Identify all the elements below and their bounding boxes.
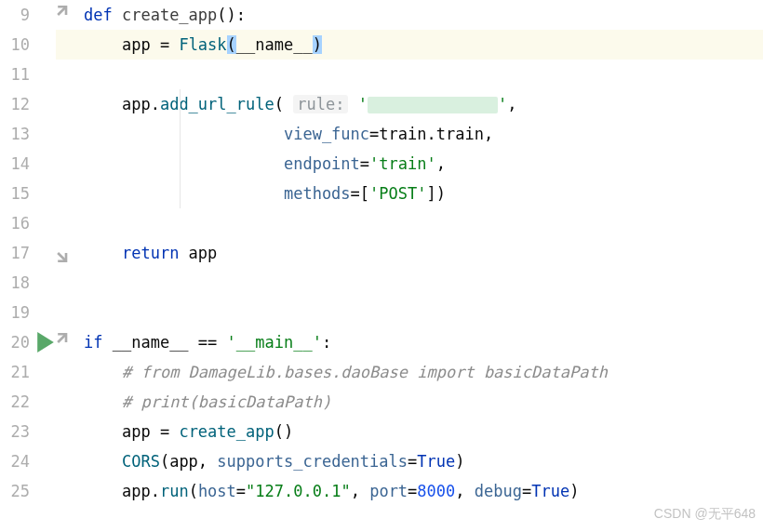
line-number: 22 (0, 387, 30, 417)
line-number: 19 (0, 298, 30, 327)
line-number: 9 (0, 0, 30, 30)
code-line[interactable]: # print(basicDataPath) (84, 387, 763, 417)
code-line[interactable]: endpoint='train', (84, 149, 763, 179)
code-line[interactable] (84, 268, 763, 298)
line-number: 11 (0, 60, 30, 89)
code-line[interactable]: if __name__ == '__main__': (84, 327, 763, 357)
line-number: 23 (0, 417, 30, 446)
line-number: 14 (0, 149, 30, 179)
code-line[interactable]: return app (84, 238, 763, 268)
line-number: 25 (0, 476, 30, 506)
code-line[interactable]: def create_app(): (84, 0, 763, 30)
code-line[interactable]: app.add_url_rule( rule: '', (84, 89, 763, 119)
indent-guide (180, 89, 181, 208)
code-area[interactable]: def create_app(): app = Flask(__name__) … (56, 0, 763, 532)
code-line[interactable]: # from DamageLib.bases.daoBase import ba… (84, 357, 763, 387)
line-number: 24 (0, 446, 30, 476)
line-number: 17 (0, 238, 30, 268)
code-line[interactable]: methods=['POST']) (84, 179, 763, 208)
code-editor[interactable]: 9 10 11 12 13 14 15 16 17 18 19 20 21 22… (0, 0, 763, 532)
line-number: 16 (0, 208, 30, 238)
run-icon[interactable] (35, 327, 56, 357)
parameter-hint: rule: (293, 95, 348, 113)
line-number-gutter: 9 10 11 12 13 14 15 16 17 18 19 20 21 22… (0, 0, 56, 532)
line-number: 13 (0, 119, 30, 149)
code-line[interactable] (84, 298, 763, 327)
code-line[interactable] (84, 208, 763, 238)
watermark: CSDN @无平648 (654, 499, 756, 528)
code-line[interactable]: app = Flask(__name__) (84, 30, 763, 60)
line-number: 10 (0, 30, 30, 60)
line-number: 18 (0, 268, 30, 298)
line-number: 12 (0, 89, 30, 119)
code-line[interactable]: CORS(app, supports_credentials=True) (84, 446, 763, 476)
code-line[interactable]: view_func=train.train, (84, 119, 763, 149)
line-number: 21 (0, 357, 30, 387)
code-line[interactable]: app = create_app() (84, 417, 763, 446)
code-line[interactable] (84, 60, 763, 89)
line-number: 15 (0, 179, 30, 208)
redacted-content (368, 97, 498, 113)
line-number: 20 (0, 327, 30, 357)
